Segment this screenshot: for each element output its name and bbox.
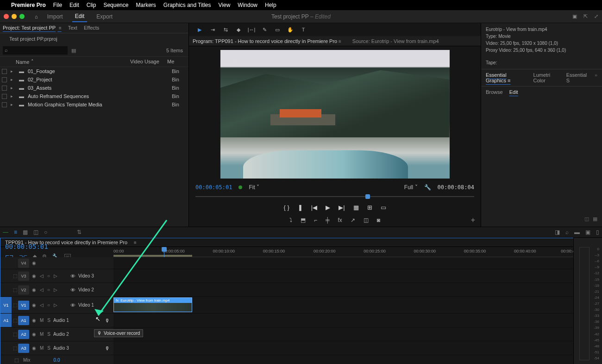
- project-bin-item[interactable]: ▸▬Auto Reframed SequencesBin: [0, 92, 188, 100]
- scrub-bar[interactable]: [195, 192, 474, 201]
- step-back-icon[interactable]: |◀: [311, 204, 317, 211]
- track-target[interactable]: A2: [18, 330, 29, 339]
- col-usage[interactable]: Video Usage: [130, 59, 167, 65]
- app-name[interactable]: Premiere Pro: [11, 2, 46, 8]
- playhead-handle[interactable]: [365, 194, 370, 199]
- hand-tool-icon[interactable]: ✋: [286, 25, 295, 34]
- timecode-in[interactable]: 00:00:05:01: [195, 184, 232, 191]
- new-layer-icon[interactable]: ◫: [584, 216, 589, 222]
- ripple-edit-icon[interactable]: ⇆: [221, 25, 230, 34]
- type-tool-icon[interactable]: T: [299, 25, 307, 34]
- video-track-header[interactable]: ⬚ V2 ◉◁○▷ 👁 Video 2: [0, 283, 113, 297]
- work-area-bar[interactable]: [113, 255, 192, 257]
- share-icon[interactable]: ⇱: [583, 13, 588, 19]
- subtab-edit[interactable]: Edit: [509, 89, 518, 95]
- tab-export[interactable]: Export: [94, 12, 115, 22]
- video-track-header[interactable]: V4 ◉: [0, 257, 113, 269]
- track-select-forward-icon[interactable]: ⇥: [208, 25, 217, 34]
- close-window-icon[interactable]: [4, 14, 9, 19]
- tab-import[interactable]: Import: [44, 12, 66, 22]
- voice-over-record-icon[interactable]: 🎙: [105, 345, 110, 351]
- menu-window[interactable]: Window: [238, 2, 257, 8]
- clear-icon[interactable]: ▯: [596, 229, 599, 235]
- tab-lumetri[interactable]: Lumetri Color: [533, 72, 561, 83]
- project-bin-item[interactable]: ▸▬03_AssetsBin: [0, 84, 188, 92]
- fullscreen-icon[interactable]: ⤢: [594, 13, 598, 19]
- rectangle-tool-icon[interactable]: ▭: [273, 25, 282, 34]
- mark-in-icon[interactable]: {‎ }: [283, 204, 289, 211]
- step-forward-icon[interactable]: ▶|: [339, 204, 345, 211]
- freeform-view-icon[interactable]: ◫: [33, 229, 38, 235]
- eye-icon[interactable]: 👁: [70, 287, 75, 293]
- proxy-icon[interactable]: ◫: [364, 217, 369, 223]
- menu-edit[interactable]: Edit: [69, 2, 79, 8]
- overflow-icon[interactable]: »: [595, 72, 597, 83]
- icon-view-icon[interactable]: ▦: [23, 229, 28, 235]
- track-target[interactable]: V4: [18, 259, 29, 268]
- audio-track-header[interactable]: ⬚ A3 ◉MS Audio 3 🎙: [0, 341, 113, 355]
- eye-icon[interactable]: 👁: [70, 302, 75, 308]
- tab-essential-sound[interactable]: Essential S: [566, 72, 589, 83]
- sorticon[interactable]: ⇅: [77, 229, 82, 235]
- menu-help[interactable]: Help: [265, 2, 276, 8]
- program-monitor[interactable]: [220, 50, 450, 179]
- menu-view[interactable]: View: [219, 2, 231, 8]
- tab-effects[interactable]: Effects: [84, 25, 99, 33]
- quick-export-icon[interactable]: ▣: [572, 13, 577, 19]
- auto-match-icon[interactable]: ◨: [555, 229, 560, 235]
- menu-file[interactable]: File: [53, 2, 62, 8]
- export-frame-icon[interactable]: ▭: [381, 204, 386, 211]
- button-editor-icon[interactable]: +: [471, 216, 475, 224]
- slip-tool-icon[interactable]: |↔|: [247, 25, 256, 34]
- source-patch[interactable]: V1: [0, 297, 12, 313]
- go-to-in-icon[interactable]: ╪: [326, 217, 330, 223]
- panel-menu-icon[interactable]: ≡: [337, 39, 341, 44]
- timeline-timecode[interactable]: 00:00:05:01: [5, 243, 48, 250]
- extract-icon[interactable]: ⊞: [367, 204, 372, 211]
- lift-icon[interactable]: ▦: [353, 204, 359, 211]
- track-target[interactable]: A3: [18, 344, 29, 353]
- zoom-fit-select[interactable]: Fit ˅: [249, 184, 259, 191]
- settings-icon[interactable]: 🔧: [424, 184, 431, 191]
- source-label[interactable]: Source: Eurotrip - View from train.mp4: [352, 38, 439, 44]
- play-icon[interactable]: ▶: [326, 204, 330, 211]
- zoom-slider-icon[interactable]: ○: [44, 229, 47, 235]
- find-icon[interactable]: ⌕: [565, 229, 569, 235]
- track-target[interactable]: V3: [18, 271, 29, 281]
- tab-project[interactable]: Project: Test project PP ≡: [3, 25, 62, 33]
- menu-markers[interactable]: Markers: [136, 2, 156, 8]
- project-bin-item[interactable]: ▸▬01_FootageBin: [0, 67, 188, 75]
- timeline-clips-area[interactable]: fxEurotrip - View from train.mp4 🎙 Voice…: [113, 257, 573, 364]
- menu-graphics[interactable]: Graphics and Titles: [163, 2, 211, 8]
- list-view-icon[interactable]: ≡: [14, 229, 17, 235]
- project-bin-item[interactable]: ▸▬Motion Graphics Template MediaBin: [0, 100, 188, 109]
- fx-icon[interactable]: fx: [338, 217, 342, 223]
- voice-over-record-icon[interactable]: 🎙: [105, 318, 110, 323]
- tab-essential-graphics[interactable]: Essential Graphics ≡: [486, 72, 528, 83]
- group-icon[interactable]: ▦: [593, 216, 597, 222]
- time-ruler[interactable]: 00:00 00:00:05:00 00:00:10:00 00:00:15:0…: [113, 247, 573, 257]
- eye-icon[interactable]: 👁: [70, 273, 75, 279]
- subtab-browse[interactable]: Browse: [486, 89, 503, 95]
- tab-text[interactable]: Text: [68, 25, 77, 33]
- mark-clip-icon[interactable]: ⌐: [314, 217, 317, 223]
- video-track-header[interactable]: ⬚ V3 ◉◁○▷ 👁 Video 3: [0, 269, 113, 283]
- col-name[interactable]: Name ˄: [6, 59, 130, 65]
- pen-tool-icon[interactable]: ✎: [260, 25, 269, 34]
- new-item-icon[interactable]: ▣: [585, 229, 590, 235]
- panel-menu-icon[interactable]: ≡: [57, 25, 62, 31]
- program-tab[interactable]: Program: TPP091 - How to record voice di…: [193, 38, 341, 44]
- source-patch[interactable]: A1: [0, 314, 12, 327]
- assembly-icon[interactable]: —: [3, 229, 8, 235]
- menu-clip[interactable]: Clip: [87, 2, 96, 8]
- panel-menu-icon[interactable]: ≡: [134, 240, 137, 245]
- project-search-input[interactable]: [3, 46, 68, 55]
- overwrite-icon[interactable]: ⬒: [301, 217, 306, 223]
- home-icon[interactable]: ⌂: [35, 14, 38, 19]
- razor-tool-icon[interactable]: ◆: [234, 25, 243, 34]
- maximize-window-icon[interactable]: [19, 14, 25, 19]
- video-track-header[interactable]: V1⬚ V1 ◉◁○▷ 👁 Video 1: [0, 297, 113, 314]
- resolution-select[interactable]: Full ˅: [404, 184, 418, 191]
- snapshot-icon[interactable]: ◙: [377, 217, 380, 223]
- selection-tool-icon[interactable]: ▶: [195, 25, 204, 34]
